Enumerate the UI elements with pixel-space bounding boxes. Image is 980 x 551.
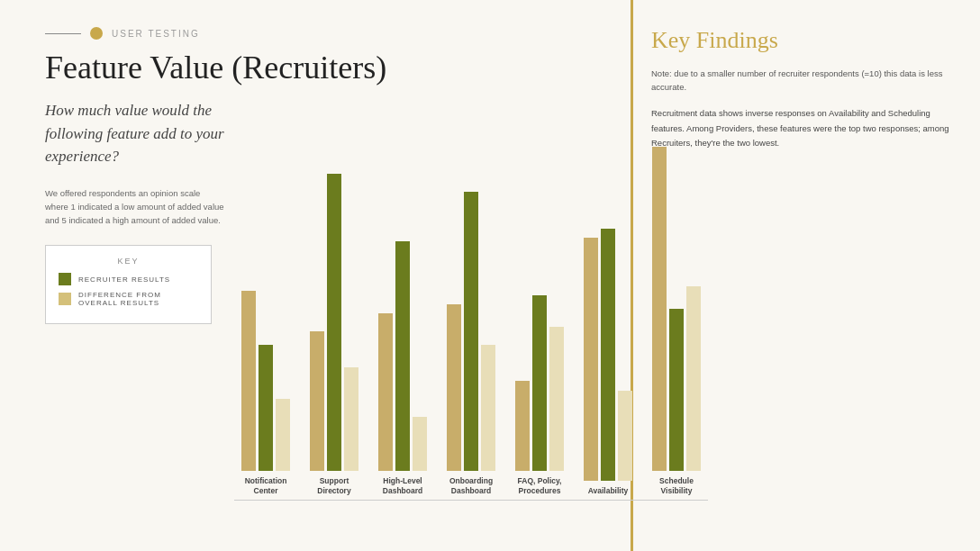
page-title: Feature Value (Recruiters) bbox=[45, 49, 603, 86]
description-text: We offered respondents an opinion scale … bbox=[45, 186, 225, 228]
bar-4-0 bbox=[515, 381, 530, 471]
bar-5-2 bbox=[618, 391, 632, 481]
left-panel: USER TESTING Feature Value (Recruiters) … bbox=[0, 0, 631, 551]
bar-group-1: Support Directory bbox=[303, 174, 366, 496]
text-section: How much value would the following featu… bbox=[45, 99, 234, 533]
key-item-difference: DIFFERENCE FROM OVERALL RESULTS bbox=[59, 291, 198, 307]
bar-1-2 bbox=[344, 367, 358, 471]
bar-group-bars-1 bbox=[310, 174, 358, 471]
bar-4-1 bbox=[532, 295, 547, 471]
bar-2-2 bbox=[413, 417, 427, 471]
bar-group-5: Availability bbox=[576, 229, 640, 496]
key-item-recruiter: RECRUITER RESULTS bbox=[59, 273, 198, 285]
bar-4-2 bbox=[549, 327, 564, 471]
key-title: KEY bbox=[59, 257, 198, 266]
bar-group-6: Schedule Visibility bbox=[645, 147, 708, 496]
key-swatch-recruiter bbox=[59, 273, 71, 285]
bar-label-1: Support Directory bbox=[303, 476, 366, 496]
bar-label-6: Schedule Visibility bbox=[645, 476, 708, 496]
bar-3-2 bbox=[481, 345, 495, 471]
bar-2-1 bbox=[395, 241, 410, 471]
bar-0-2 bbox=[276, 399, 290, 471]
bar-group-bars-5 bbox=[584, 229, 632, 481]
header-line bbox=[45, 33, 81, 34]
bar-0-1 bbox=[259, 345, 273, 471]
main-content: How much value would the following featu… bbox=[45, 99, 603, 533]
key-label-recruiter: RECRUITER RESULTS bbox=[78, 276, 170, 284]
bar-label-4: FAQ, Policy, Procedures bbox=[508, 476, 571, 496]
key-box: KEY RECRUITER RESULTS DIFFERENCE FROM OV… bbox=[45, 245, 212, 324]
bar-2-0 bbox=[378, 313, 393, 471]
key-swatch-difference bbox=[59, 293, 71, 305]
bar-label-5: Availability bbox=[576, 486, 640, 496]
bar-group-bars-6 bbox=[652, 147, 701, 471]
chart-section: Notification CenterSupport DirectoryHigh… bbox=[234, 99, 708, 533]
bars-container: Notification CenterSupport DirectoryHigh… bbox=[234, 158, 708, 501]
bar-0-0 bbox=[241, 291, 256, 471]
bar-group-bars-3 bbox=[447, 192, 495, 471]
bar-group-bars-0 bbox=[241, 291, 290, 471]
bar-1-0 bbox=[310, 331, 324, 471]
bar-label-0: Notification Center bbox=[234, 476, 297, 496]
bar-group-4: FAQ, Policy, Procedures bbox=[508, 295, 571, 496]
question-text: How much value would the following featu… bbox=[45, 99, 225, 168]
findings-note: Note: due to a smaller number of recruit… bbox=[651, 67, 962, 94]
header-tag-text: USER TESTING bbox=[112, 29, 200, 39]
bar-group-3: Onboarding Dashboard bbox=[440, 192, 503, 496]
header-tag: USER TESTING bbox=[45, 27, 603, 40]
bar-1-1 bbox=[327, 174, 341, 471]
bar-label-3: Onboarding Dashboard bbox=[440, 476, 503, 496]
bar-label-2: High-Level Dashboard bbox=[371, 476, 434, 496]
findings-title: Key Findings bbox=[651, 27, 962, 54]
bar-6-2 bbox=[686, 286, 701, 471]
bar-group-2: High-Level Dashboard bbox=[371, 241, 434, 496]
key-label-difference: DIFFERENCE FROM OVERALL RESULTS bbox=[78, 291, 198, 307]
bar-3-1 bbox=[464, 192, 478, 471]
bar-5-0 bbox=[584, 238, 598, 481]
bar-group-bars-4 bbox=[515, 295, 564, 471]
bar-6-0 bbox=[652, 147, 667, 471]
header-dot bbox=[90, 27, 103, 40]
bar-6-1 bbox=[669, 309, 684, 471]
bar-group-bars-2 bbox=[378, 241, 427, 471]
bar-5-1 bbox=[601, 229, 615, 481]
bar-3-0 bbox=[447, 304, 461, 471]
bar-group-0: Notification Center bbox=[234, 291, 297, 496]
